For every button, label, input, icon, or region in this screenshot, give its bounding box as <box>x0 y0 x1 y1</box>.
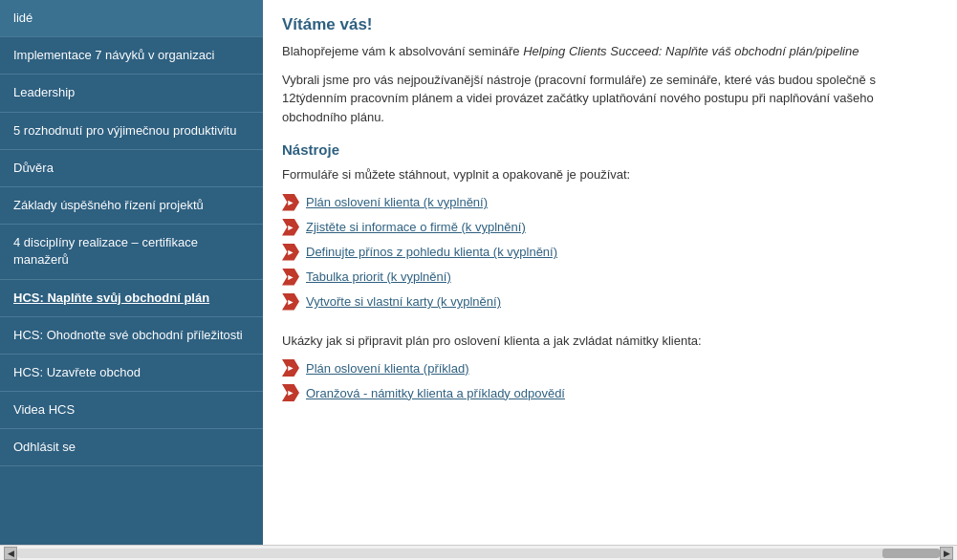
sidebar-item-zaklady[interactable]: Základy úspěšného řízení projektů <box>0 187 263 225</box>
sidebar-item-duvera[interactable]: Důvěra <box>0 150 263 187</box>
welcome-para2: Vybrali jsme pro vás nejpoužívanější nás… <box>282 71 938 127</box>
welcome-title: Vítáme vás! <box>282 15 938 34</box>
bottom-scrollbar-track[interactable] <box>17 549 940 558</box>
sidebar-item-leadership[interactable]: Leadership <box>0 75 263 112</box>
sidebar-item-videa-hcs[interactable]: Videa HCS <box>0 392 263 429</box>
scroll-left-arrow[interactable]: ◀ <box>4 547 17 560</box>
welcome-para1-italic: Helping Clients Succeed: Naplňte váš obc… <box>523 44 859 58</box>
welcome-para1-text: Blahopřejeme vám k absolvování semináře <box>282 44 523 58</box>
sidebar-item-hcs-plan[interactable]: HCS: Naplňte svůj obchodní plán <box>0 280 263 317</box>
link-link6[interactable]: Plán oslovení klienta (příklad) <box>306 361 469 376</box>
link-item-link3: ►Definujte přínos z pohledu klienta (k v… <box>282 244 938 261</box>
sidebar-item-5-rozhodnuti[interactable]: 5 rozhodnutí pro výjimečnou produktivitu <box>0 113 263 150</box>
link-link7[interactable]: Oranžová - námitky klienta a příklady od… <box>306 386 565 400</box>
link-item-link2: ►Zjistěte si informace o firmě (k vyplně… <box>282 219 938 236</box>
sidebar-item-hcs-uzavrete[interactable]: HCS: Uzavřete obchod <box>0 355 263 392</box>
link-item-link7: ►Oranžová - námitky klienta a příklady o… <box>282 384 938 401</box>
welcome-para1: Blahopřejeme vám k absolvování semináře … <box>282 42 938 61</box>
nastroje-title: Nástroje <box>282 141 938 158</box>
scroll-right-arrow[interactable]: ▶ <box>940 547 953 560</box>
arrow-icon: ► <box>282 359 299 377</box>
link-item-link5: ►Vytvořte si vlastní karty (k vyplnění) <box>282 293 938 311</box>
sidebar-item-odhlasit[interactable]: Odhlásit se <box>0 429 263 466</box>
link-link3[interactable]: Definujte přínos z pohledu klienta (k vy… <box>306 245 557 259</box>
links-group-1: ►Plán oslovení klienta (k vyplnění)►Zjis… <box>282 194 938 311</box>
arrow-icon: ► <box>282 194 299 211</box>
sidebar: lidéImplementace 7 návyků v organizaciLe… <box>0 0 263 545</box>
ukazky-desc: Ukázky jak si připravit plán pro osloven… <box>282 332 938 351</box>
sidebar-item-lide[interactable]: lidé <box>0 0 263 37</box>
arrow-icon: ► <box>282 269 299 286</box>
link-link1[interactable]: Plán oslovení klienta (k vyplnění) <box>306 195 488 209</box>
arrow-icon: ► <box>282 293 299 311</box>
nastroje-desc: Formuláře si můžete stáhnout, vyplnit a … <box>282 165 938 184</box>
sidebar-item-4discipliny[interactable]: 4 disciplíny realizace – certifikace man… <box>0 225 263 279</box>
link-link4[interactable]: Tabulka priorit (k vyplnění) <box>306 269 451 284</box>
link-item-link1: ►Plán oslovení klienta (k vyplnění) <box>282 194 938 211</box>
links-group-2: ►Plán oslovení klienta (příklad)►Oranžov… <box>282 359 938 401</box>
link-item-link4: ►Tabulka priorit (k vyplnění) <box>282 269 938 286</box>
sidebar-item-hcs-ohodnotte[interactable]: HCS: Ohodnoťte své obchodní příležitosti <box>0 317 263 355</box>
arrow-icon: ► <box>282 244 299 261</box>
sidebar-item-implementace[interactable]: Implementace 7 návyků v organizaci <box>0 37 263 75</box>
arrow-icon: ► <box>282 384 299 401</box>
link-link5[interactable]: Vytvořte si vlastní karty (k vyplnění) <box>306 294 501 309</box>
main-container: lidéImplementace 7 návyků v organizaciLe… <box>0 0 957 545</box>
bottom-scrollbar[interactable]: ◀ ▶ <box>0 545 957 560</box>
bottom-scrollbar-thumb <box>882 549 940 558</box>
content-area: Vítáme vás! Blahopřejeme vám k absolvová… <box>263 0 957 545</box>
arrow-icon: ► <box>282 219 299 236</box>
link-item-link6: ►Plán oslovení klienta (příklad) <box>282 359 938 377</box>
link-link2[interactable]: Zjistěte si informace o firmě (k vyplněn… <box>306 220 526 234</box>
